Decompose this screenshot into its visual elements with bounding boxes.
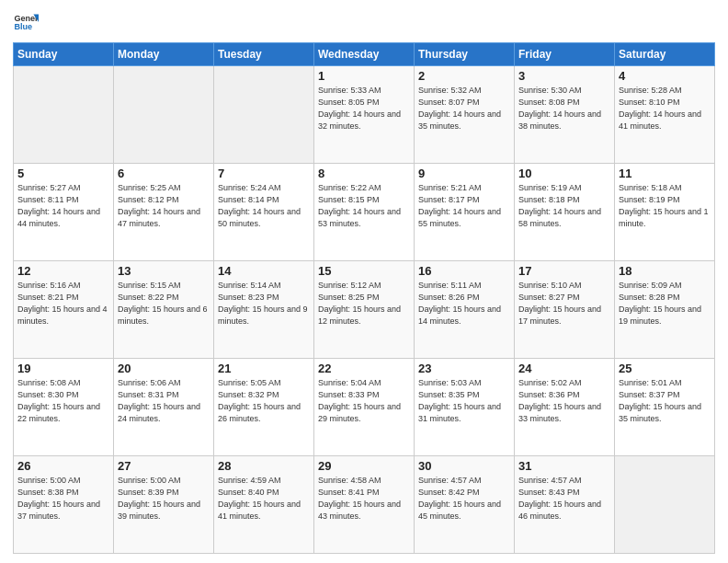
day-info: Sunrise: 5:18 AMSunset: 8:19 PMDaylight:…: [619, 182, 711, 230]
calendar-cell: 29Sunrise: 4:58 AMSunset: 8:41 PMDayligh…: [314, 456, 415, 554]
calendar-cell: [14, 66, 114, 164]
calendar-cell: 26Sunrise: 5:00 AMSunset: 8:38 PMDayligh…: [14, 456, 114, 554]
day-info: Sunrise: 5:03 AMSunset: 8:35 PMDaylight:…: [418, 377, 510, 425]
day-info: Sunrise: 5:14 AMSunset: 8:23 PMDaylight:…: [218, 280, 310, 327]
week-row-2: 5Sunrise: 5:27 AMSunset: 8:11 PMDaylight…: [14, 164, 715, 261]
day-info: Sunrise: 4:57 AMSunset: 8:43 PMDaylight:…: [518, 475, 610, 523]
day-info: Sunrise: 5:27 AMSunset: 8:11 PMDaylight:…: [17, 182, 109, 230]
day-number: 16: [418, 264, 510, 278]
calendar-cell: 25Sunrise: 5:01 AMSunset: 8:37 PMDayligh…: [615, 359, 715, 456]
calendar-cell: 24Sunrise: 5:02 AMSunset: 8:36 PMDayligh…: [515, 359, 615, 456]
day-info: Sunrise: 4:57 AMSunset: 8:42 PMDaylight:…: [418, 475, 510, 523]
calendar-cell: 20Sunrise: 5:06 AMSunset: 8:31 PMDayligh…: [114, 359, 214, 456]
weekday-header-tuesday: Tuesday: [214, 43, 314, 66]
calendar-cell: 31Sunrise: 4:57 AMSunset: 8:43 PMDayligh…: [515, 456, 615, 554]
day-info: Sunrise: 5:12 AMSunset: 8:25 PMDaylight:…: [318, 280, 410, 327]
day-number: 7: [218, 167, 310, 180]
calendar-cell: 30Sunrise: 4:57 AMSunset: 8:42 PMDayligh…: [415, 456, 515, 554]
day-info: Sunrise: 5:22 AMSunset: 8:15 PMDaylight:…: [318, 182, 410, 230]
day-info: Sunrise: 5:06 AMSunset: 8:31 PMDaylight:…: [118, 377, 210, 425]
day-number: 24: [518, 362, 610, 375]
day-number: 15: [318, 264, 410, 278]
calendar-cell: 1Sunrise: 5:33 AMSunset: 8:05 PMDaylight…: [314, 66, 415, 164]
calendar-cell: 13Sunrise: 5:15 AMSunset: 8:22 PMDayligh…: [114, 261, 214, 359]
weekday-header-row: SundayMondayTuesdayWednesdayThursdayFrid…: [14, 43, 715, 66]
day-info: Sunrise: 5:05 AMSunset: 8:32 PMDaylight:…: [218, 377, 310, 425]
day-number: 10: [518, 167, 610, 180]
day-number: 21: [218, 362, 310, 375]
day-number: 30: [418, 459, 510, 473]
calendar-cell: 14Sunrise: 5:14 AMSunset: 8:23 PMDayligh…: [214, 261, 314, 359]
day-number: 9: [418, 167, 510, 180]
day-number: 2: [418, 69, 510, 83]
day-info: Sunrise: 5:32 AMSunset: 8:07 PMDaylight:…: [418, 85, 510, 132]
weekday-header-saturday: Saturday: [615, 43, 715, 66]
calendar-table: SundayMondayTuesdayWednesdayThursdayFrid…: [13, 42, 715, 554]
day-info: Sunrise: 5:21 AMSunset: 8:17 PMDaylight:…: [418, 182, 510, 230]
day-number: 28: [218, 459, 310, 473]
day-number: 23: [418, 362, 510, 375]
day-info: Sunrise: 5:04 AMSunset: 8:33 PMDaylight:…: [318, 377, 410, 425]
calendar-cell: 18Sunrise: 5:09 AMSunset: 8:28 PMDayligh…: [615, 261, 715, 359]
header: General Blue: [13, 9, 715, 35]
calendar-cell: 17Sunrise: 5:10 AMSunset: 8:27 PMDayligh…: [515, 261, 615, 359]
weekday-header-sunday: Sunday: [14, 43, 114, 66]
weekday-header-wednesday: Wednesday: [314, 43, 415, 66]
week-row-5: 26Sunrise: 5:00 AMSunset: 8:38 PMDayligh…: [14, 456, 715, 554]
day-info: Sunrise: 5:30 AMSunset: 8:08 PMDaylight:…: [518, 85, 610, 132]
day-number: 29: [318, 459, 410, 473]
day-number: 5: [17, 167, 109, 180]
day-number: 13: [118, 264, 210, 278]
calendar-cell: 10Sunrise: 5:19 AMSunset: 8:18 PMDayligh…: [515, 164, 615, 261]
day-info: Sunrise: 5:16 AMSunset: 8:21 PMDaylight:…: [17, 280, 109, 327]
logo-icon: General Blue: [13, 9, 39, 35]
day-number: 14: [218, 264, 310, 278]
calendar-cell: 3Sunrise: 5:30 AMSunset: 8:08 PMDaylight…: [515, 66, 615, 164]
day-number: 3: [518, 69, 610, 83]
calendar-cell: 7Sunrise: 5:24 AMSunset: 8:14 PMDaylight…: [214, 164, 314, 261]
weekday-header-monday: Monday: [114, 43, 214, 66]
day-number: 4: [619, 69, 711, 83]
weekday-header-friday: Friday: [515, 43, 615, 66]
day-number: 27: [118, 459, 210, 473]
day-info: Sunrise: 5:00 AMSunset: 8:38 PMDaylight:…: [17, 475, 109, 523]
day-number: 6: [118, 167, 210, 180]
day-info: Sunrise: 5:24 AMSunset: 8:14 PMDaylight:…: [218, 182, 310, 230]
calendar-cell: 15Sunrise: 5:12 AMSunset: 8:25 PMDayligh…: [314, 261, 415, 359]
day-info: Sunrise: 5:02 AMSunset: 8:36 PMDaylight:…: [518, 377, 610, 425]
calendar-cell: 22Sunrise: 5:04 AMSunset: 8:33 PMDayligh…: [314, 359, 415, 456]
calendar-cell: 4Sunrise: 5:28 AMSunset: 8:10 PMDaylight…: [615, 66, 715, 164]
day-info: Sunrise: 5:11 AMSunset: 8:26 PMDaylight:…: [418, 280, 510, 327]
calendar-cell: 19Sunrise: 5:08 AMSunset: 8:30 PMDayligh…: [14, 359, 114, 456]
day-info: Sunrise: 5:33 AMSunset: 8:05 PMDaylight:…: [318, 85, 410, 132]
day-info: Sunrise: 5:28 AMSunset: 8:10 PMDaylight:…: [619, 85, 711, 132]
day-number: 1: [318, 69, 410, 83]
day-info: Sunrise: 5:00 AMSunset: 8:39 PMDaylight:…: [118, 475, 210, 523]
calendar-cell: 9Sunrise: 5:21 AMSunset: 8:17 PMDaylight…: [415, 164, 515, 261]
calendar-cell: 21Sunrise: 5:05 AMSunset: 8:32 PMDayligh…: [214, 359, 314, 456]
day-number: 22: [318, 362, 410, 375]
day-number: 19: [17, 362, 109, 375]
calendar-cell: [114, 66, 214, 164]
calendar-cell: 23Sunrise: 5:03 AMSunset: 8:35 PMDayligh…: [415, 359, 515, 456]
week-row-4: 19Sunrise: 5:08 AMSunset: 8:30 PMDayligh…: [14, 359, 715, 456]
calendar-cell: [615, 456, 715, 554]
calendar-cell: 16Sunrise: 5:11 AMSunset: 8:26 PMDayligh…: [415, 261, 515, 359]
day-number: 11: [619, 167, 711, 180]
page: General Blue SundayMondayTuesdayWednesda…: [0, 0, 728, 563]
week-row-3: 12Sunrise: 5:16 AMSunset: 8:21 PMDayligh…: [14, 261, 715, 359]
day-number: 18: [619, 264, 711, 278]
day-info: Sunrise: 5:15 AMSunset: 8:22 PMDaylight:…: [118, 280, 210, 327]
day-number: 25: [619, 362, 711, 375]
day-number: 12: [17, 264, 109, 278]
day-info: Sunrise: 5:25 AMSunset: 8:12 PMDaylight:…: [118, 182, 210, 230]
day-info: Sunrise: 5:01 AMSunset: 8:37 PMDaylight:…: [619, 377, 711, 425]
day-info: Sunrise: 5:08 AMSunset: 8:30 PMDaylight:…: [17, 377, 109, 425]
day-info: Sunrise: 5:10 AMSunset: 8:27 PMDaylight:…: [518, 280, 610, 327]
calendar-cell: 6Sunrise: 5:25 AMSunset: 8:12 PMDaylight…: [114, 164, 214, 261]
calendar-cell: 28Sunrise: 4:59 AMSunset: 8:40 PMDayligh…: [214, 456, 314, 554]
calendar-cell: 12Sunrise: 5:16 AMSunset: 8:21 PMDayligh…: [14, 261, 114, 359]
day-number: 31: [518, 459, 610, 473]
calendar-cell: 2Sunrise: 5:32 AMSunset: 8:07 PMDaylight…: [415, 66, 515, 164]
weekday-header-thursday: Thursday: [415, 43, 515, 66]
